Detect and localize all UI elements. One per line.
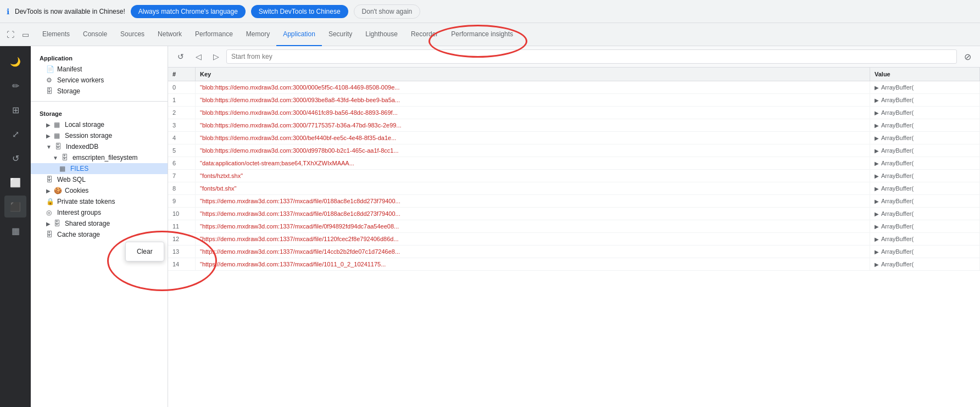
cell-value: ▶ ArrayBuffer( xyxy=(870,107,980,119)
table-row[interactable]: 11"https://demo.mxdraw3d.com:1337/mxcad/… xyxy=(168,220,980,233)
web-sql-label: Web SQL xyxy=(57,176,86,183)
expand-arrow: ▶ xyxy=(46,122,51,128)
web-sql-icon: 🗄 xyxy=(46,176,54,183)
cell-key: "https://demo.mxdraw3d.com:1337/mxcad/fi… xyxy=(196,208,870,220)
tree-cookies[interactable]: ▶ 🍪 Cookies xyxy=(31,185,168,196)
table-row[interactable]: 13"https://demo.mxdraw3d.com:1337/mxcad/… xyxy=(168,246,980,258)
cell-index: 11 xyxy=(168,220,196,232)
table-row[interactable]: 10"https://demo.mxdraw3d.com:1337/mxcad/… xyxy=(168,208,980,220)
files-icon: ▦ xyxy=(59,165,67,172)
cell-value: ▶ ArrayBuffer( xyxy=(870,258,980,270)
table-row[interactable]: 0"blob:https://demo.mxdraw3d.com:3000/00… xyxy=(168,81,980,94)
cell-index: 14 xyxy=(168,258,196,270)
table-row[interactable]: 2"blob:https://demo.mxdraw3d.com:3000/44… xyxy=(168,107,980,119)
tree-local-storage[interactable]: ▶ ▦ Local storage xyxy=(31,119,168,130)
tab-elements[interactable]: Elements xyxy=(36,23,76,46)
tree-files[interactable]: ▦ FILES xyxy=(31,163,168,174)
tab-memory[interactable]: Memory xyxy=(240,23,276,46)
table-row[interactable]: 8"fonts/txt.shx"▶ ArrayBuffer( xyxy=(168,182,980,195)
expand-arrow-value: ▶ xyxy=(875,249,879,255)
context-menu-clear[interactable]: Clear xyxy=(126,244,164,259)
table-row[interactable]: 3"blob:https://demo.mxdraw3d.com:3000/77… xyxy=(168,119,980,132)
cell-value: ▶ ArrayBuffer( xyxy=(870,182,980,194)
tab-lighthouse[interactable]: Lighthouse xyxy=(359,23,404,46)
cell-index: 2 xyxy=(168,107,196,119)
table-row[interactable]: 12"https://demo.mxdraw3d.com:1337/mxcad/… xyxy=(168,233,980,246)
btn-switch[interactable]: Switch DevTools to Chinese xyxy=(251,5,348,18)
square-icon[interactable]: ⬜ xyxy=(4,171,26,193)
tree-emscripten[interactable]: ▼ 🗄 emscripten_filesystem xyxy=(31,152,168,163)
sidebar-icons: 🌙 ✏ ⊞ ⤢ ↺ ⬜ ⬛ ▦ xyxy=(0,46,31,407)
tree-private-state[interactable]: 🔒 Private state tokens xyxy=(31,196,168,207)
right-toolbar: ↺ ◁ ▷ ⊘ xyxy=(168,46,980,68)
edit-icon[interactable]: ✏ xyxy=(4,75,26,97)
cell-key: "fonts/txt.shx" xyxy=(196,182,870,194)
tree-service-workers[interactable]: ⚙ Service workers xyxy=(31,75,168,86)
cell-index: 8 xyxy=(168,182,196,194)
cookies-label: Cookies xyxy=(65,187,88,194)
cell-value: ▶ ArrayBuffer( xyxy=(870,119,980,131)
tab-performance-insights[interactable]: Performance insights xyxy=(444,23,520,46)
table-row[interactable]: 14"https://demo.mxdraw3d.com:1337/mxcad/… xyxy=(168,258,980,271)
cell-value: ▶ ArrayBuffer( xyxy=(870,195,980,207)
tree-indexeddb[interactable]: ▼ 🗄 IndexedDB xyxy=(31,141,168,152)
cell-index: 3 xyxy=(168,119,196,131)
cell-index: 1 xyxy=(168,94,196,106)
table-row[interactable]: 4"blob:https://demo.mxdraw3d.com:3000/be… xyxy=(168,132,980,144)
table-row[interactable]: 1"blob:https://demo.mxdraw3d.com:3000/09… xyxy=(168,94,980,107)
expand-arrow-value: ▶ xyxy=(875,211,879,217)
table-row[interactable]: 7"fonts/hztxt.shx"▶ ArrayBuffer( xyxy=(168,170,980,182)
tab-network[interactable]: Network xyxy=(151,23,188,46)
manifest-icon: 📄 xyxy=(46,65,54,73)
device-icon[interactable]: ▭ xyxy=(20,28,31,41)
refresh-icon[interactable]: ↺ xyxy=(4,147,26,169)
cell-value: ▶ ArrayBuffer( xyxy=(870,233,980,245)
move-icon[interactable]: ⤢ xyxy=(4,123,26,145)
cell-key: "blob:https://demo.mxdraw3d.com:3000/093… xyxy=(196,94,870,106)
tab-sources[interactable]: Sources xyxy=(114,23,151,46)
btn-language[interactable]: Always match Chrome's language xyxy=(131,5,246,18)
back-button[interactable]: ◁ xyxy=(191,49,205,64)
square2-icon[interactable]: ⬛ xyxy=(4,196,26,218)
table-row[interactable]: 5"blob:https://demo.mxdraw3d.com:3000/d9… xyxy=(168,144,980,157)
cell-key: "blob:https://demo.mxdraw3d.com:3000/000… xyxy=(196,81,870,93)
cell-key: "blob:https://demo.mxdraw3d.com:3000/771… xyxy=(196,119,870,131)
search-input[interactable] xyxy=(226,49,957,64)
private-state-icon: 🔒 xyxy=(46,198,54,205)
tree-session-storage[interactable]: ▶ ▦ Session storage xyxy=(31,130,168,141)
expand-arrow-value: ▶ xyxy=(875,186,879,192)
cell-index: 5 xyxy=(168,144,196,157)
dark-mode-icon[interactable]: 🌙 xyxy=(4,51,26,73)
cell-key: "blob:https://demo.mxdraw3d.com:3000/446… xyxy=(196,107,870,119)
cancel-button[interactable]: ⊘ xyxy=(960,49,975,64)
expand-arrow-cookies: ▶ xyxy=(46,188,51,194)
forward-button[interactable]: ▷ xyxy=(209,49,223,64)
service-workers-label: Service workers xyxy=(57,76,104,84)
context-menu: Clear xyxy=(125,242,164,261)
tab-tool-icons: ⛶ ▭ xyxy=(4,28,31,41)
inspect-icon[interactable]: ⛶ xyxy=(4,28,16,41)
tree-web-sql[interactable]: 🗄 Web SQL xyxy=(31,174,168,185)
grid2-icon[interactable]: ▦ xyxy=(4,220,26,242)
cell-value: ▶ ArrayBuffer( xyxy=(870,144,980,157)
table-row[interactable]: 6"data:application/octet-stream;base64,T… xyxy=(168,157,980,170)
data-table: # Key Value 0"blob:https://demo.mxdraw3d… xyxy=(168,68,980,407)
tab-console[interactable]: Console xyxy=(76,23,114,46)
new-tab-icon[interactable]: ⊞ xyxy=(4,99,26,121)
tree-interest-groups[interactable]: ◎ Interest groups xyxy=(31,207,168,218)
table-row[interactable]: 9"https://demo.mxdraw3d.com:1337/mxcad/f… xyxy=(168,195,980,208)
refresh-button[interactable]: ↺ xyxy=(174,49,188,64)
tab-security[interactable]: Security xyxy=(322,23,359,46)
expand-arrow-session: ▶ xyxy=(46,133,51,139)
tab-application[interactable]: Application xyxy=(276,23,322,46)
tree-storage[interactable]: 🗄 Storage xyxy=(31,86,168,97)
cell-key: "https://demo.mxdraw3d.com:1337/mxcad/fi… xyxy=(196,220,870,232)
btn-dismiss[interactable]: Don't show again xyxy=(354,4,421,19)
tab-recorder[interactable]: Recorder xyxy=(404,23,444,46)
cell-key: "blob:https://demo.mxdraw3d.com:3000/bef… xyxy=(196,132,870,144)
tree-cache-storage[interactable]: 🗄 Cache storage xyxy=(31,229,168,240)
tree-manifest[interactable]: 📄 Manifest xyxy=(31,64,168,75)
col-value: Value xyxy=(870,68,980,81)
tab-performance[interactable]: Performance xyxy=(188,23,240,46)
tree-shared-storage[interactable]: ▶ 🗄 Shared storage xyxy=(31,218,168,229)
